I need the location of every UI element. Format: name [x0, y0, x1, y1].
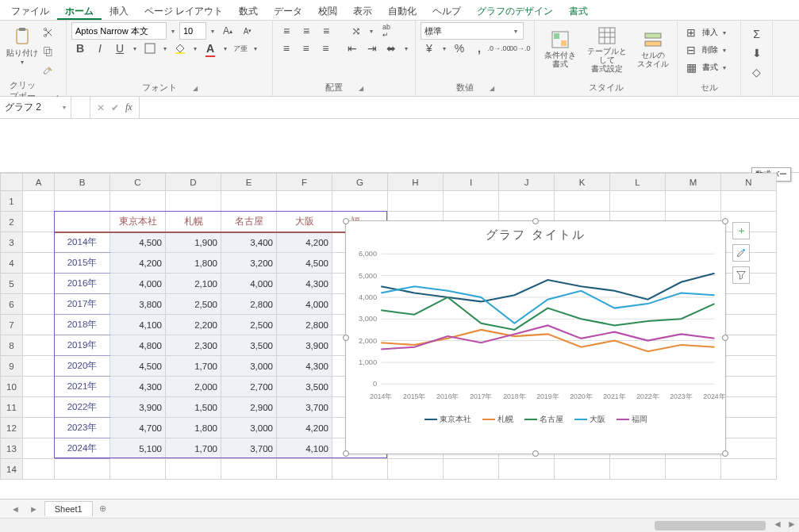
copy-button[interactable]: [40, 43, 57, 60]
row-header[interactable]: 13: [1, 438, 23, 459]
enter-icon[interactable]: ✔: [111, 102, 119, 113]
chart-legend[interactable]: 東京本社札幌名古屋大阪福岡: [346, 411, 725, 428]
resize-handle[interactable]: [532, 218, 539, 224]
tab-insert[interactable]: 挿入: [102, 2, 136, 20]
cell[interactable]: [23, 356, 55, 377]
cell[interactable]: 4,100: [277, 438, 332, 459]
cell[interactable]: [55, 191, 110, 212]
italic-button[interactable]: I: [91, 40, 109, 57]
legend-item[interactable]: 東京本社: [424, 414, 471, 425]
cell[interactable]: [388, 459, 444, 480]
col-header[interactable]: D: [166, 174, 221, 191]
dialog-launcher-icon[interactable]: ◢: [359, 85, 363, 92]
col-header[interactable]: B: [55, 174, 110, 191]
cell[interactable]: 3,700: [221, 438, 277, 459]
chevron-down-icon[interactable]: ▾: [221, 45, 229, 52]
cell[interactable]: 4,200: [110, 253, 166, 274]
cell[interactable]: [23, 274, 55, 294]
fill-color-button[interactable]: [171, 40, 189, 57]
align-center-button[interactable]: ≡: [298, 40, 315, 57]
resize-handle[interactable]: [722, 335, 728, 341]
cell[interactable]: [721, 356, 777, 377]
select-all-corner[interactable]: [1, 174, 23, 191]
scroll-left[interactable]: ◄: [770, 519, 785, 532]
col-header[interactable]: F: [277, 174, 332, 191]
row-header[interactable]: 5: [1, 274, 23, 294]
border-button[interactable]: [141, 40, 159, 57]
cancel-icon[interactable]: ✕: [97, 102, 105, 113]
row-header[interactable]: 3: [1, 232, 23, 253]
cell[interactable]: 2015年: [55, 253, 110, 274]
chevron-down-icon[interactable]: ▾: [440, 45, 448, 52]
cell[interactable]: [23, 459, 55, 480]
cell[interactable]: 3,400: [221, 232, 277, 253]
format-as-table-button[interactable]: テーブルとして 書式設定: [584, 25, 630, 73]
cell[interactable]: [23, 438, 55, 459]
clear-button[interactable]: ◇: [748, 63, 766, 81]
cell[interactable]: 4,100: [110, 315, 166, 335]
scroll-right[interactable]: ►: [785, 519, 799, 532]
cell[interactable]: [721, 397, 777, 418]
cell[interactable]: 4,200: [277, 418, 332, 438]
chevron-down-icon[interactable]: ▾: [191, 45, 199, 52]
chevron-down-icon[interactable]: ▾: [161, 45, 169, 52]
delete-cells-button[interactable]: ⊟: [682, 41, 700, 59]
cell[interactable]: 2,500: [221, 315, 277, 335]
cell[interactable]: [23, 253, 55, 274]
cell[interactable]: [23, 335, 55, 356]
tab-automate[interactable]: 自動化: [380, 2, 424, 20]
resize-handle[interactable]: [343, 450, 349, 457]
cell[interactable]: [166, 459, 221, 480]
accounting-format-button[interactable]: ¥: [421, 40, 438, 57]
decrease-font-button[interactable]: A▾: [239, 22, 256, 40]
col-header[interactable]: I: [444, 174, 499, 191]
cell[interactable]: [55, 459, 110, 480]
cell[interactable]: [499, 191, 555, 212]
cell[interactable]: 2022年: [55, 397, 110, 418]
cut-button[interactable]: [40, 24, 57, 41]
chart-filters-button[interactable]: [732, 266, 750, 284]
cell[interactable]: 4,500: [110, 356, 166, 377]
dialog-launcher-icon[interactable]: ◢: [490, 85, 494, 92]
cell[interactable]: [23, 191, 55, 212]
tab-formulas[interactable]: 数式: [231, 2, 266, 20]
bold-button[interactable]: B: [71, 40, 89, 57]
cell[interactable]: 5,100: [110, 438, 166, 459]
col-header[interactable]: E: [221, 174, 277, 191]
chevron-down-icon[interactable]: ▾: [367, 28, 375, 35]
chevron-down-icon[interactable]: ▾: [252, 45, 259, 52]
tab-pagelayout[interactable]: ページ レイアウト: [136, 2, 231, 20]
cell[interactable]: [721, 418, 777, 438]
name-box[interactable]: グラフ 2▾: [0, 97, 71, 118]
cell[interactable]: [332, 191, 388, 212]
underline-button[interactable]: U: [111, 40, 129, 57]
tab-review[interactable]: 校閲: [310, 2, 345, 20]
cell[interactable]: [110, 459, 166, 480]
increase-font-button[interactable]: A▴: [219, 22, 236, 40]
cell[interactable]: [221, 459, 277, 480]
number-format-combo[interactable]: 標準▾: [421, 22, 524, 40]
cell[interactable]: [23, 212, 55, 232]
chart-object[interactable]: グラフ タイトル 01,0002,0003,0004,0005,0006,000…: [345, 220, 726, 454]
row-header[interactable]: 7: [1, 315, 23, 335]
format-cells-button[interactable]: ▦: [682, 59, 700, 76]
autosum-button[interactable]: Σ: [748, 25, 766, 43]
cell[interactable]: 3,700: [277, 397, 332, 418]
insert-cells-button[interactable]: ⊞: [682, 24, 700, 41]
cell[interactable]: [666, 191, 721, 212]
cell[interactable]: [55, 212, 110, 232]
cell[interactable]: 4,500: [110, 232, 166, 253]
font-size-combo[interactable]: [179, 22, 206, 40]
chevron-down-icon[interactable]: ▾: [169, 28, 177, 35]
cell[interactable]: [721, 191, 777, 212]
sheet-nav-prev[interactable]: ◄: [8, 504, 23, 514]
chart-styles-button[interactable]: [732, 244, 750, 262]
row-header[interactable]: 9: [1, 356, 23, 377]
chevron-down-icon[interactable]: ▾: [209, 28, 217, 35]
cell[interactable]: [444, 191, 499, 212]
cell[interactable]: [23, 232, 55, 253]
align-top-button[interactable]: ≡: [278, 22, 295, 40]
cell[interactable]: 4,700: [110, 418, 166, 438]
paste-button[interactable]: 貼り付け ▾: [5, 22, 40, 70]
legend-item[interactable]: 福岡: [617, 414, 647, 425]
